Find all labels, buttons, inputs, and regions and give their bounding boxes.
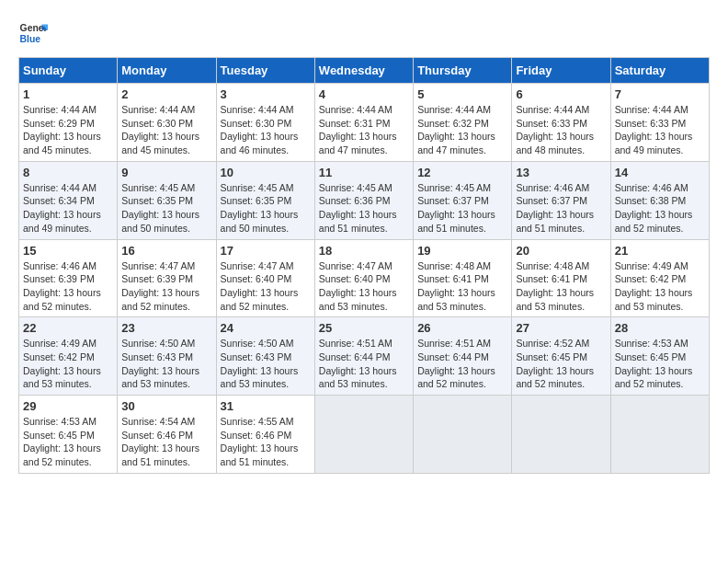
day-info: Sunrise: 4:44 AM Sunset: 6:29 PM Dayligh… [23,103,113,157]
day-number: 8 [23,166,113,179]
svg-text:Blue: Blue [20,34,41,44]
calendar-day-cell: 15Sunrise: 4:46 AM Sunset: 6:39 PM Dayli… [19,239,118,317]
day-number: 2 [121,87,211,101]
day-number: 1 [23,87,113,101]
day-info: Sunrise: 4:48 AM Sunset: 6:41 PM Dayligh… [417,259,507,314]
weekday-header: Monday [118,58,216,84]
calendar-table: SundayMondayTuesdayWednesdayThursdayFrid… [18,57,710,474]
calendar-day-cell: 20Sunrise: 4:48 AM Sunset: 6:41 PM Dayli… [512,239,610,317]
day-info: Sunrise: 4:45 AM Sunset: 6:35 PM Dayligh… [121,181,211,236]
calendar-day-cell [314,396,413,474]
day-info: Sunrise: 4:53 AM Sunset: 6:45 PM Dayligh… [23,415,113,469]
calendar-day-cell: 13Sunrise: 4:46 AM Sunset: 6:37 PM Dayli… [512,161,610,239]
calendar-day-cell: 30Sunrise: 4:54 AM Sunset: 6:46 PM Dayli… [118,396,216,474]
calendar-header-row: SundayMondayTuesdayWednesdayThursdayFrid… [19,58,710,84]
day-info: Sunrise: 4:47 AM Sunset: 6:40 PM Dayligh… [221,259,311,314]
day-number: 27 [516,321,606,335]
calendar-day-cell: 17Sunrise: 4:47 AM Sunset: 6:40 PM Dayli… [216,239,314,317]
day-number: 6 [516,87,606,101]
calendar-day-cell: 19Sunrise: 4:48 AM Sunset: 6:41 PM Dayli… [414,239,512,317]
logo: General Blue [18,18,48,48]
day-number: 11 [319,166,409,179]
day-info: Sunrise: 4:44 AM Sunset: 6:33 PM Dayligh… [516,103,606,157]
day-number: 31 [221,399,311,413]
day-info: Sunrise: 4:44 AM Sunset: 6:30 PM Dayligh… [121,103,211,157]
page-header: General Blue [18,18,710,48]
calendar-week-row: 8Sunrise: 4:44 AM Sunset: 6:34 PM Daylig… [19,161,710,239]
day-number: 22 [23,321,113,335]
day-number: 29 [23,399,113,413]
day-info: Sunrise: 4:55 AM Sunset: 6:46 PM Dayligh… [221,415,311,469]
calendar-day-cell: 28Sunrise: 4:53 AM Sunset: 6:45 PM Dayli… [610,317,709,396]
day-number: 12 [417,166,507,179]
day-info: Sunrise: 4:51 AM Sunset: 6:44 PM Dayligh… [417,337,507,391]
day-number: 20 [516,244,606,258]
day-number: 19 [417,244,507,258]
day-info: Sunrise: 4:44 AM Sunset: 6:32 PM Dayligh… [417,103,507,157]
day-info: Sunrise: 4:45 AM Sunset: 6:36 PM Dayligh… [319,181,409,236]
day-info: Sunrise: 4:44 AM Sunset: 6:33 PM Dayligh… [615,103,705,157]
calendar-day-cell: 9Sunrise: 4:45 AM Sunset: 6:35 PM Daylig… [118,161,216,239]
calendar-day-cell: 27Sunrise: 4:52 AM Sunset: 6:45 PM Dayli… [512,317,610,396]
calendar-day-cell: 12Sunrise: 4:45 AM Sunset: 6:37 PM Dayli… [414,161,512,239]
weekday-header: Friday [512,58,610,84]
day-info: Sunrise: 4:45 AM Sunset: 6:35 PM Dayligh… [221,181,311,236]
day-number: 30 [121,399,211,413]
calendar-day-cell: 2Sunrise: 4:44 AM Sunset: 6:30 PM Daylig… [118,84,216,162]
day-number: 3 [221,87,311,101]
calendar-day-cell [512,396,610,474]
day-info: Sunrise: 4:44 AM Sunset: 6:34 PM Dayligh… [23,181,113,236]
calendar-day-cell: 16Sunrise: 4:47 AM Sunset: 6:39 PM Dayli… [118,239,216,317]
day-info: Sunrise: 4:53 AM Sunset: 6:45 PM Dayligh… [615,337,705,391]
day-number: 28 [615,321,705,335]
day-info: Sunrise: 4:54 AM Sunset: 6:46 PM Dayligh… [121,415,211,469]
calendar-week-row: 29Sunrise: 4:53 AM Sunset: 6:45 PM Dayli… [19,396,710,474]
calendar-day-cell: 14Sunrise: 4:46 AM Sunset: 6:38 PM Dayli… [610,161,709,239]
weekday-header: Thursday [414,58,512,84]
calendar-day-cell: 21Sunrise: 4:49 AM Sunset: 6:42 PM Dayli… [610,239,709,317]
day-info: Sunrise: 4:50 AM Sunset: 6:43 PM Dayligh… [221,337,311,391]
calendar-day-cell: 7Sunrise: 4:44 AM Sunset: 6:33 PM Daylig… [610,84,709,162]
day-number: 5 [417,87,507,101]
calendar-day-cell: 10Sunrise: 4:45 AM Sunset: 6:35 PM Dayli… [216,161,314,239]
calendar-week-row: 22Sunrise: 4:49 AM Sunset: 6:42 PM Dayli… [19,317,710,396]
weekday-header: Sunday [19,58,118,84]
day-number: 18 [319,244,409,258]
calendar-day-cell: 26Sunrise: 4:51 AM Sunset: 6:44 PM Dayli… [414,317,512,396]
calendar-day-cell: 6Sunrise: 4:44 AM Sunset: 6:33 PM Daylig… [512,84,610,162]
calendar-day-cell: 3Sunrise: 4:44 AM Sunset: 6:30 PM Daylig… [216,84,314,162]
day-number: 10 [221,166,311,179]
day-info: Sunrise: 4:46 AM Sunset: 6:38 PM Dayligh… [615,181,705,236]
day-number: 21 [615,244,705,258]
day-info: Sunrise: 4:50 AM Sunset: 6:43 PM Dayligh… [121,337,211,391]
day-info: Sunrise: 4:52 AM Sunset: 6:45 PM Dayligh… [516,337,606,391]
weekday-header: Wednesday [314,58,413,84]
day-number: 9 [121,166,211,179]
calendar-day-cell [610,396,709,474]
weekday-header: Saturday [610,58,709,84]
day-number: 17 [221,244,311,258]
calendar-day-cell: 18Sunrise: 4:47 AM Sunset: 6:40 PM Dayli… [314,239,413,317]
calendar-week-row: 15Sunrise: 4:46 AM Sunset: 6:39 PM Dayli… [19,239,710,317]
day-number: 26 [417,321,507,335]
calendar-day-cell: 23Sunrise: 4:50 AM Sunset: 6:43 PM Dayli… [118,317,216,396]
day-number: 15 [23,244,113,258]
calendar-day-cell: 1Sunrise: 4:44 AM Sunset: 6:29 PM Daylig… [19,84,118,162]
calendar-week-row: 1Sunrise: 4:44 AM Sunset: 6:29 PM Daylig… [19,84,710,162]
day-number: 14 [615,166,705,179]
day-number: 24 [221,321,311,335]
day-info: Sunrise: 4:45 AM Sunset: 6:37 PM Dayligh… [417,181,507,236]
day-info: Sunrise: 4:46 AM Sunset: 6:39 PM Dayligh… [23,259,113,314]
day-info: Sunrise: 4:46 AM Sunset: 6:37 PM Dayligh… [516,181,606,236]
calendar-day-cell: 4Sunrise: 4:44 AM Sunset: 6:31 PM Daylig… [314,84,413,162]
calendar-day-cell: 25Sunrise: 4:51 AM Sunset: 6:44 PM Dayli… [314,317,413,396]
day-number: 4 [319,87,409,101]
day-number: 23 [121,321,211,335]
calendar-day-cell: 31Sunrise: 4:55 AM Sunset: 6:46 PM Dayli… [216,396,314,474]
day-number: 13 [516,166,606,179]
day-number: 16 [121,244,211,258]
day-info: Sunrise: 4:44 AM Sunset: 6:31 PM Dayligh… [319,103,409,157]
day-number: 7 [615,87,705,101]
day-info: Sunrise: 4:47 AM Sunset: 6:40 PM Dayligh… [319,259,409,314]
calendar-day-cell: 24Sunrise: 4:50 AM Sunset: 6:43 PM Dayli… [216,317,314,396]
